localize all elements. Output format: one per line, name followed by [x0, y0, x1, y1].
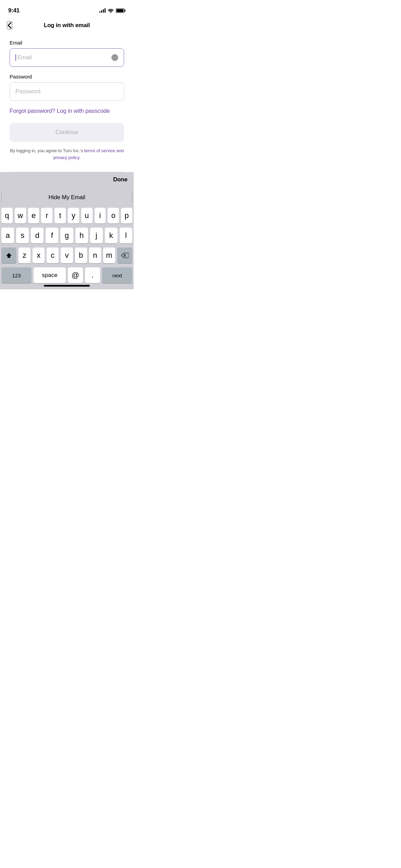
key-n[interactable]: n: [89, 248, 101, 263]
password-label: Password: [10, 74, 124, 80]
back-button[interactable]: [7, 21, 12, 29]
password-input-container[interactable]: [10, 82, 124, 101]
key-b[interactable]: b: [75, 248, 87, 263]
suggestion-divider-left: [1, 192, 2, 203]
status-icons: [99, 8, 125, 13]
key-z[interactable]: z: [19, 248, 31, 263]
key-t[interactable]: t: [54, 208, 66, 224]
forgot-password-link[interactable]: Forgot password? Log in with passcode: [10, 108, 124, 114]
dot-key[interactable]: .: [85, 267, 100, 283]
email-label: Email: [10, 40, 124, 46]
key-r[interactable]: r: [41, 208, 52, 224]
key-q[interactable]: q: [1, 208, 13, 224]
battery-icon: [116, 8, 125, 13]
email-input-container[interactable]: [10, 48, 124, 67]
at-key[interactable]: @: [68, 267, 83, 283]
key-p[interactable]: p: [121, 208, 132, 224]
key-h[interactable]: h: [75, 228, 88, 243]
email-input-dot: [111, 54, 118, 61]
page-title: Log in with email: [44, 22, 90, 29]
password-input[interactable]: [10, 83, 124, 100]
status-bar: 9:41: [0, 0, 134, 16]
signal-icon: [99, 9, 106, 13]
key-v[interactable]: v: [61, 248, 73, 263]
key-s[interactable]: s: [16, 228, 29, 243]
key-a[interactable]: a: [1, 228, 14, 243]
keyboard-row-2: a s d f g h j k l: [1, 228, 132, 243]
keyboard: Hide My Email q w e r t y u i o p a s d …: [0, 187, 134, 287]
key-g[interactable]: g: [60, 228, 73, 243]
done-button[interactable]: Done: [113, 176, 127, 183]
svg-point-0: [110, 12, 111, 13]
key-j[interactable]: j: [90, 228, 103, 243]
key-w[interactable]: w: [15, 208, 26, 224]
terms-text: By logging in, you agree to Turo Inc.'s …: [10, 147, 124, 161]
keyboard-row-3: z x c v b n m: [1, 248, 132, 263]
wifi-icon: [108, 9, 114, 13]
keyboard-row-1: q w e r t y u i o p: [1, 208, 132, 224]
keyboard-bottom-row: 123 space @ . next: [1, 267, 132, 283]
next-key[interactable]: next: [102, 267, 132, 283]
key-d[interactable]: d: [31, 228, 44, 243]
form-content: Email Password Forgot password? Log in w…: [0, 34, 134, 172]
svg-rect-2: [125, 10, 126, 12]
status-time: 9:41: [8, 7, 20, 14]
svg-rect-3: [117, 9, 124, 12]
suggestion-divider-right: [132, 192, 132, 203]
done-bar: Done: [0, 172, 134, 187]
home-indicator: [44, 285, 90, 287]
key-u[interactable]: u: [81, 208, 93, 224]
key-f[interactable]: f: [46, 228, 58, 243]
delete-key[interactable]: [117, 248, 132, 263]
terms-prefix: By logging in, you agree to Turo Inc.'s: [10, 148, 84, 153]
numbers-key[interactable]: 123: [1, 267, 32, 283]
suggestion-bar: Hide My Email: [1, 190, 132, 205]
bottom-bar: 😀: [0, 287, 134, 289]
key-c[interactable]: c: [47, 248, 59, 263]
key-m[interactable]: m: [103, 248, 115, 263]
key-x[interactable]: x: [33, 248, 45, 263]
terms-suffix: .: [79, 155, 81, 160]
email-input[interactable]: [10, 49, 124, 67]
space-key[interactable]: space: [34, 267, 66, 283]
suggestion-text[interactable]: Hide My Email: [49, 194, 85, 201]
key-l[interactable]: l: [120, 228, 132, 243]
key-i[interactable]: i: [95, 208, 106, 224]
key-o[interactable]: o: [108, 208, 119, 224]
continue-button[interactable]: Continue: [10, 123, 124, 142]
cursor-indicator: [15, 54, 16, 61]
nav-header: Log in with email: [0, 16, 134, 34]
key-k[interactable]: k: [105, 228, 118, 243]
key-y[interactable]: y: [68, 208, 79, 224]
key-e[interactable]: e: [28, 208, 39, 224]
shift-key[interactable]: [1, 248, 16, 263]
